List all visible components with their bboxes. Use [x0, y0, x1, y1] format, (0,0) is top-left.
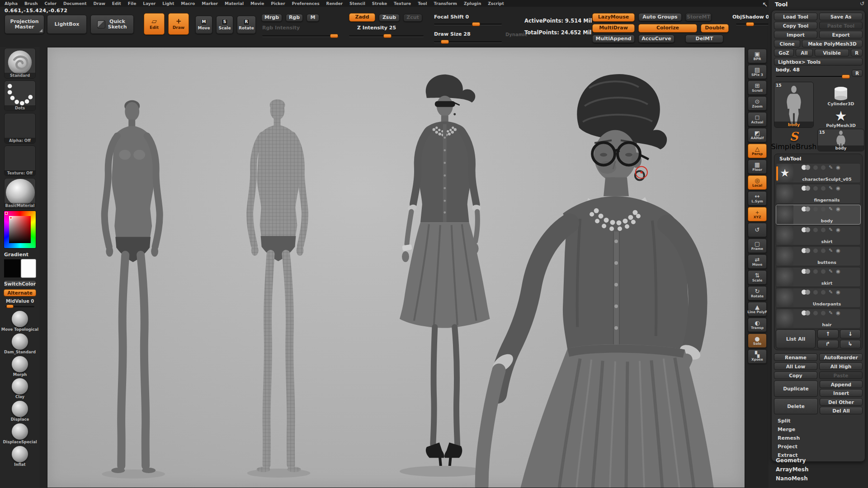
all-low-button[interactable]: All Low — [774, 362, 817, 370]
polypaint-icon[interactable]: ✎ — [829, 227, 833, 232]
subtool-move-out-button[interactable]: ↱ — [817, 340, 839, 349]
menu-item[interactable]: Zplugin — [464, 1, 481, 6]
brush-shortcut[interactable]: Clay — [1, 378, 39, 399]
paste-button[interactable]: Paste — [819, 371, 863, 379]
menu-item[interactable]: Tool — [418, 1, 427, 6]
menu-item[interactable]: Material — [225, 1, 244, 6]
polypaint-icon[interactable]: ✎ — [829, 248, 833, 253]
multiappend-button[interactable]: MultiAppend — [592, 35, 635, 43]
menu-item[interactable]: Picker — [271, 1, 285, 6]
menu-item[interactable]: Layer — [143, 1, 156, 6]
shelf-button[interactable]: ◩ AAHalf — [748, 128, 767, 142]
subtool-operation[interactable]: Merge — [774, 426, 863, 433]
subtool-row[interactable]: ✎ ◉ buttons — [776, 246, 861, 266]
subtool-move-in-button[interactable]: ↳ — [840, 340, 861, 349]
copy-button[interactable]: Copy — [774, 371, 817, 379]
draw-button[interactable]: + Draw — [168, 13, 189, 35]
brush-shortcut[interactable]: Move Topological — [1, 311, 39, 332]
shelf-button[interactable]: ▚ Xpose — [748, 349, 767, 364]
menu-item[interactable]: Alpha — [5, 1, 18, 6]
active-tool-thumbnail[interactable]: 15 body — [774, 82, 814, 128]
toggle-icon[interactable] — [821, 228, 826, 232]
toggle-icon[interactable] — [813, 207, 818, 211]
visibility-toggle-icon[interactable] — [802, 186, 810, 191]
subtool-down-button[interactable]: ↓ — [840, 329, 861, 338]
toggle-icon[interactable] — [821, 207, 826, 211]
shelf-button[interactable]: ⇄ Move — [748, 254, 767, 269]
eye-icon[interactable]: ◉ — [836, 206, 840, 211]
polypaint-icon[interactable]: ✎ — [829, 310, 833, 315]
material-thumbnail[interactable]: BasicMaterial — [4, 178, 36, 209]
mrgb-button[interactable]: Mrgb — [261, 14, 282, 22]
save-as-button[interactable]: Save As — [819, 13, 863, 20]
saturation-value-square[interactable] — [9, 216, 31, 243]
toggle-icon[interactable] — [821, 249, 826, 253]
projection-master-button[interactable]: Projection Master — [5, 15, 44, 34]
toggle-icon[interactable] — [813, 311, 818, 315]
rgb-button[interactable]: Rgb — [286, 14, 303, 22]
toggle-icon[interactable] — [813, 228, 818, 232]
paste-tool-button[interactable]: Paste Tool — [819, 22, 863, 29]
shelf-button[interactable]: ⇅ Scale — [748, 270, 767, 285]
del-all-button[interactable]: Del All — [820, 407, 863, 414]
delmt-button[interactable]: DelMT — [685, 35, 723, 43]
del-other-button[interactable]: Del Other — [820, 398, 863, 406]
eye-icon[interactable]: ◉ — [836, 165, 840, 170]
colorize-button[interactable]: Colorize — [638, 24, 697, 33]
brush-shortcut[interactable]: Inflat — [1, 446, 39, 467]
menu-item[interactable]: Transform — [434, 1, 457, 6]
polypaint-icon[interactable]: ✎ — [829, 290, 833, 295]
eye-icon[interactable]: ◉ — [836, 290, 840, 295]
menu-item[interactable]: Stencil — [349, 1, 365, 6]
tool-r-button[interactable]: R — [852, 70, 863, 77]
copy-tool-button[interactable]: Copy Tool — [774, 22, 817, 29]
menu-item[interactable]: File — [128, 1, 136, 6]
menu-item[interactable]: Movie — [250, 1, 264, 6]
switchcolor-button[interactable]: SwitchColor — [4, 280, 36, 287]
menu-item[interactable]: Render — [326, 1, 343, 6]
zcut-button[interactable]: Zcut — [403, 14, 422, 22]
stroke-thumbnail[interactable]: Dots — [4, 80, 36, 111]
shelf-button[interactable]: ◻ Actual — [748, 112, 767, 127]
menu-item[interactable]: Color — [44, 1, 57, 6]
shelf-button[interactable]: ↺ — [748, 223, 767, 237]
all-high-button[interactable]: All High — [819, 362, 863, 370]
secondary-color-swatch[interactable] — [21, 259, 36, 278]
brush-shortcut[interactable]: Displace — [1, 401, 39, 422]
insert-button[interactable]: Insert — [820, 389, 863, 397]
visibility-toggle-icon[interactable] — [802, 248, 810, 253]
menu-item[interactable]: Edit — [112, 1, 121, 6]
midvalue-slider[interactable] — [5, 305, 34, 308]
visibility-toggle-icon[interactable] — [802, 206, 810, 211]
brush-shortcut[interactable]: Dam_Standard — [1, 333, 39, 355]
subtool-operation[interactable]: Project — [774, 443, 863, 450]
shelf-button[interactable]: ▤ SPix 3 — [748, 65, 767, 79]
figure-nude-sculpt[interactable] — [104, 100, 160, 473]
visibility-toggle-icon[interactable] — [802, 290, 810, 295]
color-picker[interactable] — [4, 211, 36, 249]
import-button[interactable]: Import — [774, 31, 817, 38]
duplicate-button[interactable]: Duplicate — [774, 380, 818, 397]
palette-header[interactable]: ArrayMesh — [776, 466, 808, 473]
shelf-button[interactable]: △ Persp — [748, 144, 767, 158]
r-button[interactable]: R — [851, 49, 863, 56]
rotate-button[interactable]: R Rotate — [237, 16, 256, 34]
cylinder3d-tool[interactable]: Cylinder3D — [817, 82, 864, 106]
visibility-toggle-icon[interactable] — [802, 227, 810, 232]
subtool-operation[interactable]: Remesh — [774, 435, 863, 441]
shelf-button[interactable]: ● Solo — [748, 333, 767, 348]
menu-item[interactable]: Preferences — [292, 1, 320, 6]
body-tool-slot[interactable]: 15 body — [817, 129, 864, 151]
shelf-button[interactable]: ＋ XYZ — [748, 207, 767, 221]
menu-item[interactable]: Zscript — [488, 1, 504, 6]
visibility-toggle-icon[interactable] — [802, 269, 810, 274]
list-all-button[interactable]: List All — [776, 329, 816, 348]
subtool-row[interactable]: ✎ ◉ Underpants — [776, 288, 861, 308]
figure-wireframe[interactable] — [250, 99, 305, 472]
eye-icon[interactable]: ◉ — [836, 269, 840, 274]
focal-shift-slider[interactable] — [434, 22, 502, 26]
menu-item[interactable]: Marker — [202, 1, 218, 6]
shelf-button[interactable]: ◎ Local — [748, 175, 767, 190]
menu-item[interactable]: Light — [162, 1, 174, 6]
double-button[interactable]: Double — [701, 24, 729, 33]
